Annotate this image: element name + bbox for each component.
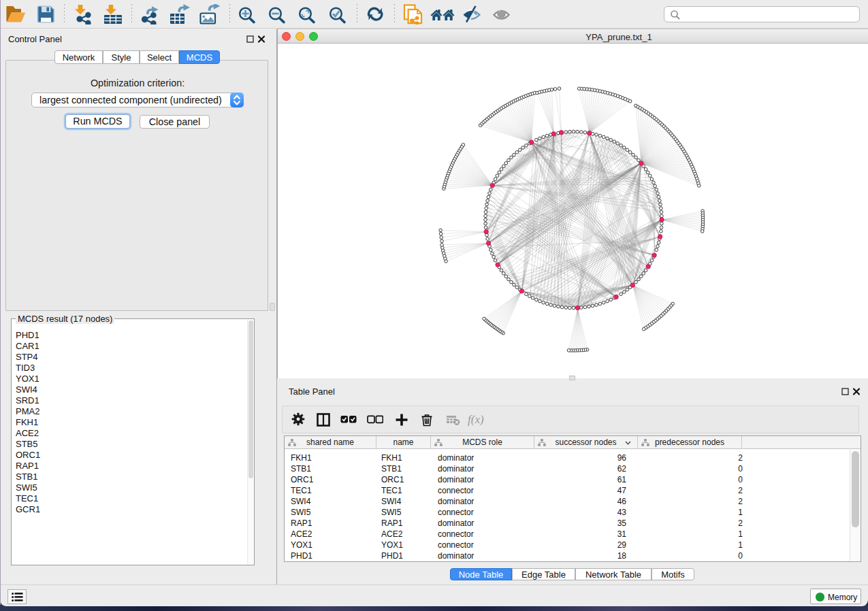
svg-text:f(x): f(x) <box>468 413 484 426</box>
